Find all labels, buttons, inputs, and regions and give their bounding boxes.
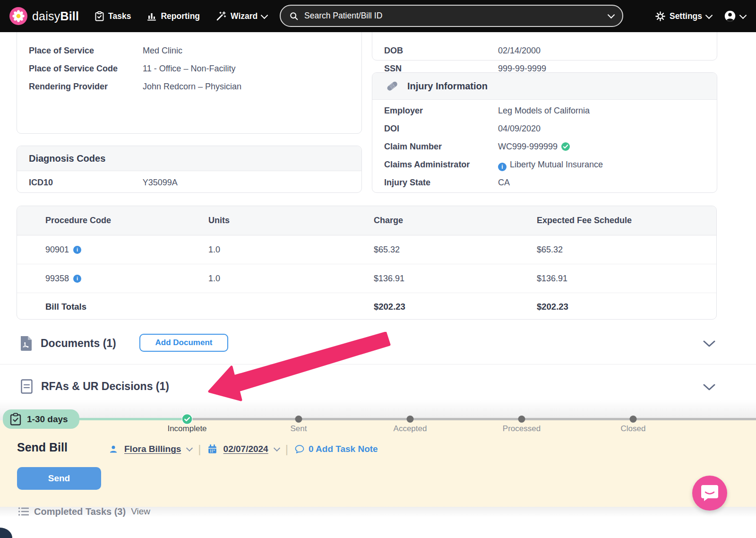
service-row: Place of Service Med Clinic — [29, 45, 182, 56]
field-label: Claim Number — [384, 141, 496, 152]
totals-charge: $202.23 — [374, 302, 537, 312]
chat-launcher-button[interactable] — [692, 476, 727, 511]
info-icon[interactable]: i — [73, 275, 81, 283]
global-search[interactable] — [280, 5, 623, 27]
rfas-chevron-down-icon[interactable] — [703, 384, 715, 391]
documents-chevron-down-icon[interactable] — [703, 340, 715, 347]
charge-cell: $65.32 — [374, 245, 537, 255]
rfas-section-title: RFAs & UR Decisions (1) — [41, 380, 169, 393]
diagnosis-card-title: Diagnosis Codes — [29, 153, 105, 164]
stage-check-icon — [182, 414, 193, 425]
field-value: John Redcorn – Physician — [143, 82, 241, 91]
patient-row: DOB 02/14/2000 — [384, 45, 541, 56]
field-label: Injury State — [384, 177, 496, 188]
field-label: Place of Service Code — [29, 63, 140, 74]
column-header: Charge — [374, 216, 537, 226]
bill-age-label: 1-30 days — [27, 414, 68, 425]
column-header: Units — [208, 216, 374, 226]
injury-row: Claim Number WC999-999999 — [384, 141, 570, 152]
expected-cell: $136.91 — [537, 274, 716, 284]
stage-label: Sent — [291, 424, 307, 434]
brand-logo[interactable]: daisyBill — [9, 7, 79, 25]
field-label: Rendering Provider — [29, 81, 140, 92]
task-list-icon — [18, 506, 29, 517]
nav-account[interactable] — [724, 10, 746, 22]
info-icon[interactable]: i — [498, 163, 507, 171]
magic-wand-icon — [216, 11, 226, 21]
service-info-card: Place of Service Med Clinic Place of Ser… — [17, 19, 362, 134]
field-value: 11 - Office – Non-Facility — [143, 64, 235, 73]
due-date-link[interactable]: 02/07/2024 — [223, 444, 268, 454]
procedure-table-header: Procedure Code Units Charge Expected Fee… — [17, 206, 716, 235]
clipboard-icon — [95, 11, 104, 21]
nav-reporting[interactable]: Reporting — [147, 11, 200, 21]
search-chevron-down-icon[interactable] — [608, 11, 615, 19]
bill-totals-row: Bill Totals $202.23 $202.23 — [17, 293, 716, 320]
nav-wizard-label: Wizard — [231, 11, 258, 21]
field-value: 02/14/2000 — [498, 46, 541, 55]
speech-bubble-icon — [294, 444, 305, 454]
pdf-file-icon — [20, 336, 33, 351]
add-task-note-link[interactable]: 0 Add Task Note — [294, 444, 378, 454]
add-document-button[interactable]: Add Document — [139, 334, 228, 352]
injury-row: Injury State CA — [384, 177, 510, 188]
completed-tasks-row: Completed Tasks (3) View — [18, 505, 150, 518]
field-value: 04/09/2020 — [498, 124, 541, 133]
send-bill-controls: Flora Billings | 02/07/2024 | 0 Add Task… — [109, 442, 378, 457]
totals-expected: $202.23 — [537, 302, 716, 312]
info-icon[interactable]: i — [73, 246, 81, 254]
table-row: 99358i 1.0 $136.91 $136.91 — [17, 264, 716, 293]
top-navigation-bar: daisyBill Tasks — [0, 0, 756, 32]
daisy-flower-icon — [9, 7, 27, 25]
assignee-link[interactable]: Flora Billings — [124, 444, 181, 454]
field-label: Claims Administrator — [384, 159, 496, 170]
search-input[interactable] — [303, 10, 609, 21]
nav-wizard[interactable]: Wizard — [216, 11, 267, 21]
separator: | — [285, 443, 288, 456]
chat-bubble-icon — [700, 484, 719, 502]
date-chevron-down-icon[interactable] — [274, 445, 280, 451]
procedure-code: 99358 — [45, 274, 69, 284]
claim-verified-icon — [561, 142, 570, 151]
assignee-chevron-down-icon[interactable] — [186, 445, 193, 451]
diagnosis-codes-card: Diagnosis Codes ICD10 Y35099A — [17, 146, 362, 193]
injury-row: DOI 04/09/2020 — [384, 123, 541, 134]
field-value: Leg Models of California — [498, 106, 590, 115]
stage-label: Incomplete — [167, 424, 206, 434]
injury-row: Claims Administrator iLiberty Mutual Ins… — [384, 159, 603, 170]
stage-dot — [630, 416, 637, 423]
document-icon — [21, 379, 33, 394]
settings-chevron-down-icon — [705, 11, 713, 19]
nav-tasks[interactable]: Tasks — [95, 11, 131, 21]
nav-settings[interactable]: Settings — [655, 11, 712, 21]
documents-section-title: Documents (1) — [41, 337, 116, 350]
claims-administrator-link[interactable]: Liberty Mutual Insurance — [510, 160, 603, 169]
table-row: 90901i 1.0 $65.32 $65.32 — [17, 235, 716, 264]
totals-label: Bill Totals — [45, 302, 208, 312]
wizard-chevron-down-icon — [261, 11, 268, 19]
rfas-section-header[interactable]: RFAs & UR Decisions (1) — [21, 379, 169, 394]
completed-tasks-view-link[interactable]: View — [131, 506, 150, 517]
documents-section-header[interactable]: Documents (1) — [20, 336, 116, 351]
injury-information-card: Injury Information Employer Leg Models o… — [372, 72, 717, 193]
field-label: DOB — [384, 45, 496, 56]
injury-card-title: Injury Information — [407, 81, 488, 92]
stage-dot — [518, 416, 525, 423]
bill-age-badge: 1-30 days — [3, 409, 79, 429]
bar-chart-icon — [147, 11, 156, 21]
nav-tasks-label: Tasks — [108, 11, 131, 21]
nav-settings-label: Settings — [670, 11, 702, 21]
injury-row: Employer Leg Models of California — [384, 105, 590, 116]
nav-reporting-label: Reporting — [161, 11, 200, 21]
field-value: 999-99-9999 — [498, 64, 546, 73]
field-value: CA — [498, 178, 510, 187]
stage-label: Processed — [503, 424, 541, 434]
field-value: Med Clinic — [143, 46, 182, 55]
procedure-table: Procedure Code Units Charge Expected Fee… — [17, 206, 717, 320]
send-button[interactable]: Send — [17, 467, 101, 490]
diagnosis-card-header: Diagnosis Codes — [17, 146, 361, 171]
window-corner — [0, 528, 12, 538]
field-value: Y35099A — [143, 178, 178, 187]
field-label: Employer — [384, 105, 496, 116]
column-header: Procedure Code — [45, 216, 208, 226]
